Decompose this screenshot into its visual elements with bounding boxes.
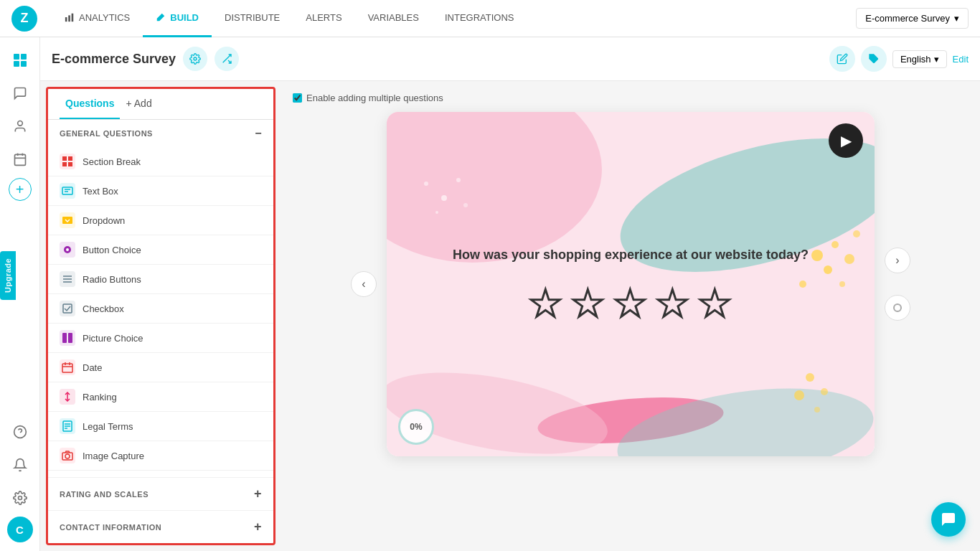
svg-point-45 bbox=[65, 454, 70, 458]
tab-alerts[interactable]: ALERTS bbox=[293, 0, 354, 37]
import-button[interactable] bbox=[215, 47, 239, 71]
svg-rect-4 bbox=[21, 54, 27, 60]
icon-bar-settings[interactable] bbox=[6, 484, 34, 512]
star-rating[interactable]: ★ ★ ★ ★ ★ bbox=[453, 285, 809, 322]
svg-point-7 bbox=[17, 121, 22, 126]
svg-rect-1 bbox=[68, 15, 70, 22]
svg-rect-33 bbox=[62, 333, 67, 343]
rating-expand-button[interactable]: + bbox=[254, 486, 262, 501]
survey-card-container: ‹ bbox=[387, 112, 875, 456]
icon-bar-bottom: C bbox=[6, 418, 34, 542]
icon-bar-calendar[interactable] bbox=[6, 145, 34, 174]
list-item-legal-terms[interactable]: Legal Terms bbox=[48, 412, 273, 441]
language-selector[interactable]: English ▾ bbox=[892, 50, 947, 68]
svg-rect-21 bbox=[62, 162, 67, 166]
tab-integrations[interactable]: INTEGRATIONS bbox=[432, 0, 527, 37]
chat-bubble[interactable] bbox=[931, 502, 966, 537]
app-logo[interactable]: Z bbox=[11, 6, 37, 32]
main-layout: + C E-commerce S bbox=[0, 37, 980, 551]
text-box-icon bbox=[60, 183, 75, 199]
settings-button[interactable] bbox=[183, 47, 207, 71]
question-types-list: Section Break Text Box Dropd bbox=[48, 147, 273, 477]
list-item-button-choice[interactable]: Button Choice bbox=[48, 235, 273, 265]
icon-bar-bell[interactable] bbox=[6, 451, 34, 479]
checkbox-icon bbox=[60, 301, 75, 316]
svg-rect-0 bbox=[65, 17, 67, 22]
edit-icon-button[interactable] bbox=[829, 46, 855, 72]
multiple-questions-option[interactable]: Enable adding multiple questions bbox=[293, 93, 443, 103]
icon-bar-help[interactable] bbox=[6, 418, 34, 446]
icon-bar-grid[interactable] bbox=[6, 46, 34, 75]
next-slide-button[interactable]: › bbox=[885, 248, 910, 273]
tag-icon-button[interactable] bbox=[861, 46, 887, 72]
icon-bar-user[interactable] bbox=[6, 112, 34, 141]
tab-analytics[interactable]: ANALYTICS bbox=[52, 0, 143, 37]
list-item-text-box[interactable]: Text Box bbox=[48, 176, 273, 206]
star-4[interactable]: ★ bbox=[656, 285, 689, 322]
list-item-ranking[interactable]: Ranking bbox=[48, 382, 273, 412]
radio-buttons-icon bbox=[60, 271, 75, 287]
tab-distribute[interactable]: DISTRIBUTE bbox=[212, 0, 293, 37]
svg-rect-22 bbox=[68, 162, 72, 166]
svg-rect-20 bbox=[68, 156, 72, 161]
svg-point-59 bbox=[435, 211, 438, 214]
icon-bar-chat[interactable] bbox=[6, 79, 34, 108]
survey-background: How was your shopping experience at our … bbox=[387, 112, 875, 456]
tab-variables[interactable]: VARIABLES bbox=[355, 0, 432, 37]
nav-tabs: ANALYTICS BUILD DISTRIBUTE ALERTS VARIAB… bbox=[52, 0, 856, 37]
icon-bar-add[interactable]: + bbox=[9, 178, 32, 201]
picture-choice-icon bbox=[60, 330, 75, 346]
header-right: English ▾ Edit bbox=[829, 46, 969, 72]
user-avatar[interactable]: C bbox=[7, 517, 33, 542]
svg-point-60 bbox=[463, 203, 468, 207]
list-item-date[interactable]: Date bbox=[48, 353, 273, 382]
prev-slide-button[interactable]: ‹ bbox=[351, 271, 377, 297]
tab-build[interactable]: BUILD bbox=[143, 0, 212, 37]
survey-selector[interactable]: E-commerce Survey ▾ bbox=[856, 8, 969, 29]
ranking-icon bbox=[60, 389, 75, 405]
general-questions-header: GENERAL QUESTIONS − bbox=[48, 120, 273, 147]
top-nav: Z ANALYTICS BUILD DISTRIBUTE ALERTS VARI… bbox=[0, 0, 980, 37]
tab-add[interactable]: + Add bbox=[120, 89, 157, 119]
upgrade-tab[interactable]: Upgrade bbox=[0, 251, 16, 300]
svg-point-56 bbox=[441, 195, 447, 201]
star-1[interactable]: ★ bbox=[529, 285, 562, 322]
record-button[interactable] bbox=[885, 295, 910, 321]
star-5[interactable]: ★ bbox=[698, 285, 732, 322]
svg-rect-3 bbox=[14, 54, 19, 60]
list-item-section-break[interactable]: Section Break bbox=[48, 147, 273, 176]
list-item-dropdown[interactable]: Dropdown bbox=[48, 206, 273, 235]
contact-expand-button[interactable]: + bbox=[254, 519, 262, 534]
svg-rect-2 bbox=[72, 14, 74, 22]
collapse-button[interactable]: − bbox=[255, 127, 262, 140]
next-button[interactable]: ▶ bbox=[829, 123, 863, 158]
svg-point-57 bbox=[456, 178, 461, 182]
content-area: Questions + Add GENERAL QUESTIONS − Sect… bbox=[40, 81, 980, 551]
sidebar-tabs: Questions + Add bbox=[48, 89, 273, 120]
svg-rect-26 bbox=[62, 217, 72, 224]
svg-rect-23 bbox=[62, 187, 72, 194]
svg-point-14 bbox=[18, 496, 22, 500]
list-item-image-capture[interactable]: Image Capture bbox=[48, 441, 273, 471]
list-item-radio-buttons[interactable]: Radio Buttons bbox=[48, 265, 273, 294]
questions-sidebar: Questions + Add GENERAL QUESTIONS − Sect… bbox=[46, 87, 275, 545]
svg-point-58 bbox=[424, 182, 428, 186]
svg-rect-35 bbox=[62, 364, 72, 372]
edit-button[interactable]: Edit bbox=[953, 54, 969, 65]
rating-scales-section[interactable]: RATING AND SCALES + bbox=[48, 477, 273, 510]
tab-questions[interactable]: Questions bbox=[60, 89, 120, 119]
nav-right: E-commerce Survey ▾ bbox=[856, 8, 969, 29]
svg-rect-19 bbox=[62, 156, 67, 161]
multiple-questions-checkbox[interactable] bbox=[293, 93, 302, 103]
svg-point-67 bbox=[814, 407, 820, 413]
svg-rect-5 bbox=[14, 61, 19, 67]
list-item-team-name[interactable]: Team Name bbox=[48, 471, 273, 477]
star-3[interactable]: ★ bbox=[613, 285, 647, 322]
list-item-checkbox[interactable]: Checkbox bbox=[48, 294, 273, 324]
preview-area: Enable adding multiple questions ‹ bbox=[281, 81, 980, 551]
list-item-picture-choice[interactable]: Picture Choice bbox=[48, 324, 273, 353]
contact-info-section[interactable]: CONTACT INFORMATION + bbox=[48, 510, 273, 543]
star-2[interactable]: ★ bbox=[571, 285, 605, 322]
svg-point-65 bbox=[821, 388, 828, 395]
svg-rect-34 bbox=[68, 333, 72, 343]
